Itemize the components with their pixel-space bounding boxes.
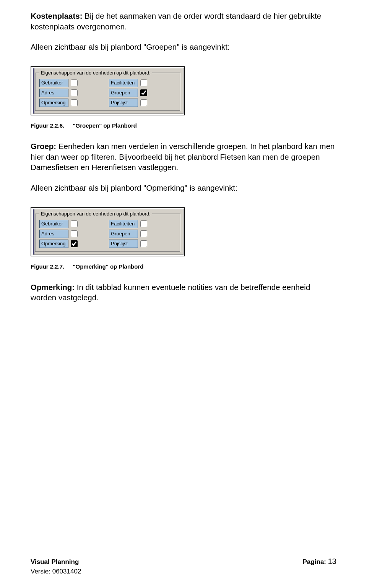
checkbox-prijslijst[interactable]: [140, 240, 147, 247]
label-gebruiker: Gebruiker: [39, 220, 68, 228]
groep-text: Eenheden kan men verdelen in verschillen…: [31, 142, 335, 172]
label-prijslijst: Prijslijst: [109, 99, 138, 107]
label-faciliteiten: Faciliteiten: [109, 220, 138, 228]
label-adres: Adres: [39, 230, 68, 238]
label-opmerking: Opmerking: [39, 240, 68, 248]
footer-page: Pagina: 13: [303, 556, 336, 567]
footer-product: Visual Planning: [31, 557, 79, 567]
window-accent-bar: [33, 209, 34, 254]
label-adres: Adres: [39, 89, 68, 97]
label-groepen: Groepen: [109, 89, 138, 97]
screenshot-opmerking: Eigenschappen van de eenheden op dit pla…: [31, 207, 187, 256]
window-accent-bar: [33, 68, 34, 113]
checkbox-prijslijst[interactable]: [140, 99, 147, 106]
figure-226-number: Figuur 2.2.6.: [31, 122, 64, 129]
groupbox-legend: Eigenschappen van de eenheden op dit pla…: [39, 211, 152, 217]
checkbox-adres[interactable]: [71, 230, 78, 237]
checkbox-gebruiker[interactable]: [71, 220, 78, 227]
kostenplaats-label: Kostenplaats:: [31, 11, 83, 20]
checkbox-faciliteiten[interactable]: [140, 79, 147, 86]
checkbox-groepen[interactable]: [140, 89, 147, 96]
paragraph-kostenplaats: Kostenplaats: Bij de het aanmaken van de…: [31, 11, 336, 32]
label-opmerking: Opmerking: [39, 99, 68, 107]
groep-label: Groep:: [31, 142, 56, 151]
footer-page-label: Pagina:: [303, 558, 328, 565]
figure-227-number: Figuur 2.2.7.: [31, 263, 64, 270]
label-prijslijst: Prijslijst: [109, 240, 138, 248]
figure-226-title: "Groepen" op Planbord: [73, 122, 137, 129]
paragraph-opmerking: Opmerking: In dit tabblad kunnen eventue…: [31, 282, 336, 303]
paragraph-intro-opmerking: Alleen zichtbaar als bij planbord "Opmer…: [31, 183, 336, 193]
checkbox-adres[interactable]: [71, 89, 78, 96]
checkbox-faciliteiten[interactable]: [140, 220, 147, 227]
page-footer: Visual Planning Pagina: 13 Versie: 06031…: [31, 556, 336, 577]
groupbox-legend: Eigenschappen van de eenheden op dit pla…: [39, 70, 152, 76]
document-page: Kostenplaats: Bij de het aanmaken van de…: [0, 0, 367, 588]
label-groepen: Groepen: [109, 230, 138, 238]
checkbox-opmerking[interactable]: [71, 99, 78, 106]
figure-caption-227: Figuur 2.2.7."Opmerking" op Planbord: [31, 263, 336, 270]
checkbox-opmerking[interactable]: [71, 240, 78, 247]
screenshot-groepen: Eigenschappen van de eenheden op dit pla…: [31, 66, 187, 115]
paragraph-groep: Groep: Eenheden kan men verdelen in vers…: [31, 141, 336, 173]
label-gebruiker: Gebruiker: [39, 79, 68, 87]
groupbox-eigenschappen: Eigenschappen van de eenheden op dit pla…: [35, 211, 180, 252]
figure-227-title: "Opmerking" op Planbord: [73, 263, 143, 270]
checkbox-gebruiker[interactable]: [71, 79, 78, 86]
label-faciliteiten: Faciliteiten: [109, 79, 138, 87]
checkbox-groepen[interactable]: [140, 230, 147, 237]
opmerking-label: Opmerking:: [31, 283, 75, 292]
groupbox-eigenschappen: Eigenschappen van de eenheden op dit pla…: [35, 70, 180, 111]
footer-page-number: 13: [328, 557, 336, 565]
figure-caption-226: Figuur 2.2.6."Groepen" op Planbord: [31, 122, 336, 129]
footer-version: Versie: 06031402: [31, 567, 336, 577]
paragraph-intro-groepen: Alleen zichtbaar als bij planbord "Groep…: [31, 42, 336, 52]
